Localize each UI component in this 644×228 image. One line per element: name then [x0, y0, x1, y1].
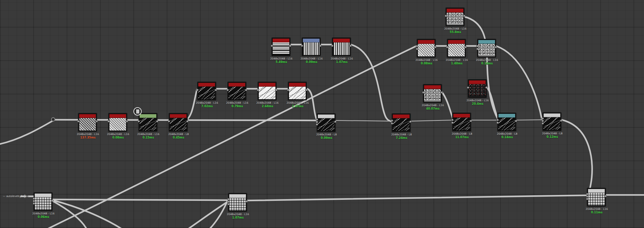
- input-port[interactable]: [391, 122, 393, 125]
- output-port[interactable]: [319, 45, 322, 47]
- node-thumbnail[interactable]: [424, 89, 441, 102]
- output-port[interactable]: [463, 15, 465, 17]
- graph-node-weave-out-a[interactable]: 2048x2048 - L16 0.06ms: [34, 192, 52, 211]
- input-port[interactable]: [542, 117, 544, 120]
- output-port[interactable]: [604, 195, 607, 197]
- wire[interactable]: [516, 120, 543, 120]
- input-port[interactable]: [451, 121, 454, 124]
- node-thumbnail[interactable]: [448, 44, 465, 56]
- graph-node-weave-out-c[interactable]: 2048x2048 - L16 0.11ms: [587, 188, 606, 206]
- input-port[interactable]: [446, 46, 448, 48]
- output-port[interactable]: [515, 120, 517, 122]
- graph-node-weave-b[interactable]: 2048x2048 - L16 1.48ms: [447, 39, 466, 57]
- graph-node-mask-slope-blur[interactable]: 2048x2048 - L8 11.07ms: [452, 113, 471, 131]
- graph-node-scratch-levels[interactable]: 2048x2048 - L16 1.47ms: [288, 82, 307, 100]
- graph-node-mask-blend-a[interactable]: 2048x2048 - L8 0.09ms: [317, 113, 336, 132]
- input-port[interactable]: [107, 120, 110, 123]
- graph-node-weave-out-b[interactable]: 2048x2048 - L16 1.07ms: [228, 193, 247, 212]
- input-port[interactable]: [226, 89, 229, 91]
- output-port[interactable]: [289, 45, 291, 47]
- wire[interactable]: [411, 120, 453, 121]
- graph-node-noise-top[interactable]: 2048x2048 - L16 55.8ms: [446, 8, 464, 26]
- node-thumbnail[interactable]: [289, 87, 306, 99]
- wire[interactable]: [0, 120, 55, 144]
- graph-node-stripes-h[interactable]: 2048x2048 - L16 5.49ms: [272, 38, 290, 56]
- node-thumbnail[interactable]: [469, 84, 486, 97]
- graph-node-fabric-hipass[interactable]: 2048x2048 - L16 0.08ms: [108, 113, 127, 132]
- node-thumbnail[interactable]: [544, 117, 560, 130]
- node-thumbnail[interactable]: [333, 42, 350, 55]
- input-port[interactable]: [586, 198, 588, 200]
- input-port[interactable]: [542, 120, 544, 122]
- graph-node-scratch-warp[interactable]: 2048x2048 - L16 0.79ms: [228, 82, 246, 100]
- graph-node-weave-a[interactable]: 2048x2048 - L16 0.08ms: [417, 39, 436, 57]
- graph-node-mask-warp[interactable]: 2048x2048 - L8 7.24ms: [392, 113, 411, 132]
- output-port[interactable]: [349, 45, 352, 47]
- node-thumbnail[interactable]: [303, 42, 320, 55]
- graph-node-grunge-map[interactable]: 2048x2048 - L16 40.07ms: [423, 84, 442, 103]
- node-thumbnail[interactable]: [198, 87, 215, 99]
- input-port[interactable]: [496, 119, 499, 121]
- node-thumbnail[interactable]: [273, 42, 289, 55]
- graph-node-grunge-dark[interactable]: 2048x2048 - L16 20.4ms: [468, 79, 487, 98]
- node-thumbnail[interactable]: [498, 118, 515, 130]
- node-thumbnail[interactable]: [318, 118, 335, 131]
- input-port[interactable]: [227, 198, 230, 201]
- graph-node-fabric-mask[interactable]: 2048x2048 - L8 0.45ms: [169, 113, 188, 132]
- input-port[interactable]: [196, 89, 199, 91]
- input-port[interactable]: [391, 119, 393, 122]
- node-thumbnail[interactable]: [478, 44, 495, 56]
- input-port[interactable]: [542, 122, 544, 125]
- output-port[interactable]: [495, 46, 497, 48]
- graph-node-mask-blend-b[interactable]: 2048x2048 - L8 0.14ms: [497, 113, 516, 131]
- input-port[interactable]: [476, 48, 479, 50]
- input-port[interactable]: [476, 45, 479, 47]
- external-link[interactable]: — autolevels_1 ((: [3, 194, 28, 198]
- input-port[interactable]: [168, 120, 170, 123]
- input-port[interactable]: [416, 48, 418, 50]
- output-port[interactable]: [409, 120, 412, 123]
- node-thumbnail[interactable]: [453, 118, 470, 130]
- output-port[interactable]: [51, 199, 53, 202]
- node-thumbnail[interactable]: [393, 118, 410, 131]
- input-port[interactable]: [227, 201, 230, 203]
- graph-node-stripes-v-blue[interactable]: 2048x2048 - L16 0.09ms: [302, 38, 321, 56]
- graph-node-mask-blend-c[interactable]: 2048x2048 - L8 0.12ms: [543, 112, 561, 131]
- output-port[interactable]: [215, 89, 217, 91]
- node-graph-canvas[interactable]: — autolevels_1 (( 2048x2048 - L16 55.8ms…: [0, 0, 644, 228]
- graph-node-scratch-gen[interactable]: 2048x2048 - L16 7.02ms: [197, 82, 216, 100]
- external-link-port[interactable]: [26, 195, 28, 197]
- output-port[interactable]: [96, 120, 98, 123]
- output-port[interactable]: [440, 91, 443, 94]
- wire[interactable]: [496, 46, 544, 120]
- input-port[interactable]: [331, 45, 333, 47]
- output-port[interactable]: [126, 120, 128, 123]
- node-thumbnail[interactable]: [418, 44, 435, 56]
- node-thumbnail[interactable]: [140, 118, 156, 131]
- input-port[interactable]: [271, 45, 273, 47]
- node-thumbnail[interactable]: [588, 193, 605, 205]
- graph-node-scratch-invert[interactable]: 2048x2048 - L16 2.68ms: [258, 82, 276, 100]
- node-thumbnail[interactable]: [35, 197, 51, 210]
- node-thumbnail[interactable]: [447, 13, 463, 25]
- node-thumbnail[interactable]: [259, 87, 275, 99]
- output-port[interactable]: [485, 86, 488, 89]
- node-thumbnail[interactable]: [170, 118, 187, 131]
- note-icon[interactable]: [133, 107, 142, 116]
- output-port[interactable]: [186, 120, 189, 123]
- output-port[interactable]: [470, 120, 472, 122]
- output-port[interactable]: [245, 89, 247, 91]
- input-port[interactable]: [33, 202, 35, 205]
- input-port[interactable]: [451, 119, 454, 121]
- input-port[interactable]: [301, 45, 303, 47]
- input-port[interactable]: [586, 193, 588, 195]
- input-port[interactable]: [227, 203, 230, 205]
- graph-node-fabric-note[interactable]: 2048x2048 - L16 0.15ms: [139, 113, 157, 132]
- input-port[interactable]: [138, 120, 140, 123]
- input-port[interactable]: [33, 200, 35, 202]
- output-port[interactable]: [275, 89, 278, 91]
- input-port[interactable]: [77, 120, 80, 123]
- wire[interactable]: [52, 199, 228, 200]
- graph-node-fabric-base[interactable]: 2048x2048 - L16 137.35ms: [78, 113, 97, 132]
- input-port[interactable]: [416, 45, 418, 47]
